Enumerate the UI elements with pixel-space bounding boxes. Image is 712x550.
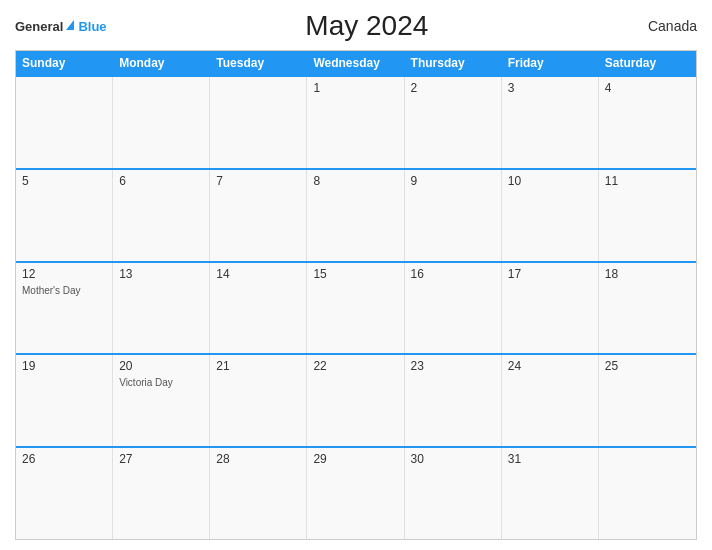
calendar-day: 1 [307, 77, 404, 168]
calendar-day: 10 [502, 170, 599, 261]
day-number: 30 [411, 452, 495, 466]
day-of-week-header: Friday [502, 51, 599, 75]
day-number: 16 [411, 267, 495, 281]
day-number: 2 [411, 81, 495, 95]
day-number: 28 [216, 452, 300, 466]
day-number: 25 [605, 359, 690, 373]
day-event: Victoria Day [119, 377, 203, 388]
day-number: 23 [411, 359, 495, 373]
day-number: 29 [313, 452, 397, 466]
day-number: 5 [22, 174, 106, 188]
calendar-title: May 2024 [107, 10, 627, 42]
calendar-day: 7 [210, 170, 307, 261]
day-of-week-header: Saturday [599, 51, 696, 75]
logo: General Blue [15, 17, 107, 35]
calendar-day: 28 [210, 448, 307, 539]
calendar-page: General Blue May 2024 Canada SundayMonda… [0, 0, 712, 550]
calendar-day: 19 [16, 355, 113, 446]
calendar-day: 21 [210, 355, 307, 446]
calendar-day [210, 77, 307, 168]
day-number: 27 [119, 452, 203, 466]
calendar-day: 30 [405, 448, 502, 539]
day-number: 13 [119, 267, 203, 281]
calendar-day: 27 [113, 448, 210, 539]
day-of-week-header: Thursday [405, 51, 502, 75]
calendar-day: 17 [502, 263, 599, 354]
calendar-day: 11 [599, 170, 696, 261]
calendar-day: 18 [599, 263, 696, 354]
calendar-day: 2 [405, 77, 502, 168]
day-number: 18 [605, 267, 690, 281]
calendar-day: 3 [502, 77, 599, 168]
day-of-week-header: Tuesday [210, 51, 307, 75]
day-number: 11 [605, 174, 690, 188]
day-number: 7 [216, 174, 300, 188]
calendar-day: 13 [113, 263, 210, 354]
day-number: 1 [313, 81, 397, 95]
calendar-day: 4 [599, 77, 696, 168]
day-number: 10 [508, 174, 592, 188]
calendar-day: 8 [307, 170, 404, 261]
day-number: 12 [22, 267, 106, 281]
logo-general-text: General [15, 19, 63, 34]
day-number: 24 [508, 359, 592, 373]
calendar-day: 22 [307, 355, 404, 446]
country-label: Canada [627, 18, 697, 34]
calendar-day: 9 [405, 170, 502, 261]
day-event: Mother's Day [22, 285, 106, 296]
day-number: 22 [313, 359, 397, 373]
calendar: SundayMondayTuesdayWednesdayThursdayFrid… [15, 50, 697, 540]
calendar-day: 24 [502, 355, 599, 446]
day-number: 26 [22, 452, 106, 466]
calendar-day: 31 [502, 448, 599, 539]
day-number: 21 [216, 359, 300, 373]
calendar-day: 23 [405, 355, 502, 446]
day-of-week-header: Wednesday [307, 51, 404, 75]
day-number: 14 [216, 267, 300, 281]
calendar-day: 25 [599, 355, 696, 446]
day-number: 6 [119, 174, 203, 188]
calendar-week: 1920Victoria Day2122232425 [16, 353, 696, 446]
day-number: 31 [508, 452, 592, 466]
calendar-header: SundayMondayTuesdayWednesdayThursdayFrid… [16, 51, 696, 75]
calendar-week: 567891011 [16, 168, 696, 261]
logo-triangle-icon [66, 20, 74, 30]
day-number: 17 [508, 267, 592, 281]
calendar-day: 16 [405, 263, 502, 354]
day-of-week-header: Sunday [16, 51, 113, 75]
calendar-day: 26 [16, 448, 113, 539]
calendar-week: 262728293031 [16, 446, 696, 539]
calendar-day: 6 [113, 170, 210, 261]
day-number: 9 [411, 174, 495, 188]
day-number: 3 [508, 81, 592, 95]
calendar-day: 14 [210, 263, 307, 354]
day-number: 4 [605, 81, 690, 95]
logo-blue-text: Blue [78, 19, 106, 34]
calendar-day: 29 [307, 448, 404, 539]
calendar-body: 123456789101112Mother's Day1314151617181… [16, 75, 696, 539]
calendar-week: 1234 [16, 75, 696, 168]
day-number: 8 [313, 174, 397, 188]
calendar-day [599, 448, 696, 539]
day-number: 20 [119, 359, 203, 373]
calendar-week: 12Mother's Day131415161718 [16, 261, 696, 354]
calendar-day: 5 [16, 170, 113, 261]
day-number: 15 [313, 267, 397, 281]
calendar-day: 20Victoria Day [113, 355, 210, 446]
calendar-day: 15 [307, 263, 404, 354]
calendar-day: 12Mother's Day [16, 263, 113, 354]
day-number: 19 [22, 359, 106, 373]
day-of-week-header: Monday [113, 51, 210, 75]
calendar-day [16, 77, 113, 168]
calendar-day [113, 77, 210, 168]
header: General Blue May 2024 Canada [15, 10, 697, 42]
